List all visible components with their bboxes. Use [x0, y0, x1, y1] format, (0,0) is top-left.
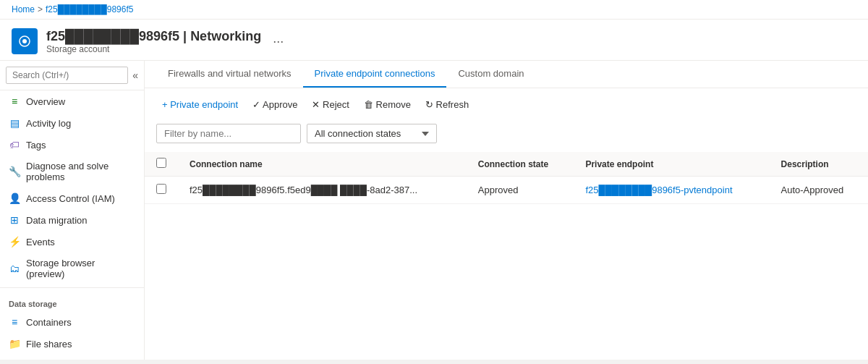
- sidebar-search-container: «: [0, 61, 144, 90]
- file-shares-icon: 📁: [9, 338, 20, 350]
- row-checkbox-cell: [145, 177, 178, 204]
- table-header: Connection name Connection state Private…: [145, 152, 868, 177]
- breadcrumb-resource[interactable]: f25████████9896f5: [46, 4, 133, 14]
- collapse-btn[interactable]: «: [132, 69, 138, 81]
- sidebar-item-label: Containers: [26, 317, 72, 328]
- filter-name-input[interactable]: [156, 124, 301, 143]
- connection-state-filter[interactable]: All connection states Approved Pending R…: [307, 124, 437, 143]
- tab-private-endpoints-label: Private endpoint connections: [315, 68, 435, 79]
- sidebar-section-data-storage: Data storage: [0, 291, 144, 311]
- remove-label: 🗑 Remove: [364, 99, 411, 110]
- sidebar-item-activity-log[interactable]: ▤ Activity log: [0, 112, 144, 134]
- events-icon: ⚡: [9, 236, 20, 247]
- tab-firewalls-label: Firewalls and virtual networks: [168, 68, 292, 79]
- tags-icon: 🏷: [9, 139, 20, 151]
- breadcrumb-home[interactable]: Home: [12, 4, 35, 14]
- select-all-checkbox[interactable]: [156, 158, 166, 168]
- resource-icon: [12, 28, 38, 54]
- sidebar-item-events[interactable]: ⚡ Events: [0, 231, 144, 253]
- sidebar-item-label: Activity log: [26, 118, 71, 129]
- refresh-button[interactable]: ↻ Refresh: [420, 96, 475, 114]
- svg-point-2: [22, 39, 27, 43]
- sidebar-divider-1: [0, 287, 144, 288]
- search-input[interactable]: [6, 67, 128, 84]
- cell-description: Auto-Approved: [770, 177, 868, 204]
- access-control-icon: 👤: [9, 192, 20, 204]
- cell-connection-name: f25████████9896f5.f5ed9████ ████-8ad2-38…: [178, 177, 467, 204]
- approve-button[interactable]: ✓ Approve: [247, 96, 303, 114]
- sidebar-item-label: Tags: [26, 140, 46, 151]
- sidebar: « ≡ Overview ▤ Activity log 🏷 Tags 🔧 Dia…: [0, 61, 145, 360]
- col-description: Description: [770, 152, 868, 177]
- tab-custom-domain[interactable]: Custom domain: [446, 61, 535, 88]
- connections-table: Connection name Connection state Private…: [145, 152, 868, 204]
- overview-icon: ≡: [9, 96, 20, 107]
- sidebar-item-label: Access Control (IAM): [26, 193, 115, 204]
- breadcrumb: Home > f25████████9896f5: [0, 0, 868, 20]
- col-private-endpoint: Private endpoint: [574, 152, 769, 177]
- table-body: f25████████9896f5.f5ed9████ ████-8ad2-38…: [145, 177, 868, 204]
- filter-row: All connection states Approved Pending R…: [145, 121, 868, 152]
- page-title: f25████████9896f5 | Networking: [46, 29, 261, 44]
- tab-firewalls[interactable]: Firewalls and virtual networks: [156, 61, 303, 88]
- remove-button[interactable]: 🗑 Remove: [358, 96, 417, 114]
- sidebar-item-storage-browser[interactable]: 🗂 Storage browser (preview): [0, 253, 144, 284]
- breadcrumb-sep1: >: [38, 4, 43, 14]
- tab-private-endpoints[interactable]: Private endpoint connections: [303, 61, 447, 88]
- col-connection-name: Connection name: [178, 152, 467, 177]
- sidebar-item-containers[interactable]: ≡ Containers: [0, 311, 144, 333]
- private-endpoint-link[interactable]: f25████████9896f5-pvtendpoint: [585, 185, 732, 195]
- reject-label: ✕ Reject: [312, 99, 349, 110]
- add-endpoint-label: + Private endpoint: [162, 99, 238, 110]
- row-select-checkbox[interactable]: [156, 184, 166, 194]
- sidebar-item-access-control[interactable]: 👤 Access Control (IAM): [0, 187, 144, 209]
- col-connection-state: Connection state: [467, 152, 574, 177]
- content-area: Firewalls and virtual networks Private e…: [145, 61, 868, 360]
- sidebar-item-label: Events: [26, 237, 55, 247]
- table-toolbar: + Private endpoint ✓ Approve ✕ Reject 🗑 …: [145, 88, 868, 121]
- storage-browser-icon: 🗂: [9, 263, 20, 274]
- cell-connection-state: Approved: [467, 177, 574, 204]
- page-title-block: f25████████9896f5 | Networking Storage a…: [46, 29, 261, 54]
- sidebar-item-label: Storage browser (preview): [26, 258, 135, 279]
- tab-custom-domain-label: Custom domain: [458, 68, 524, 79]
- sidebar-item-tags[interactable]: 🏷 Tags: [0, 134, 144, 156]
- add-endpoint-button[interactable]: + Private endpoint: [156, 96, 244, 114]
- sidebar-item-label: File shares: [26, 339, 72, 350]
- main-layout: « ≡ Overview ▤ Activity log 🏷 Tags 🔧 Dia…: [0, 61, 868, 360]
- more-options-icon[interactable]: ···: [273, 34, 284, 49]
- activity-log-icon: ▤: [9, 117, 20, 129]
- sidebar-item-file-shares[interactable]: 📁 File shares: [0, 333, 144, 355]
- page-subtitle: Storage account: [46, 44, 261, 54]
- sidebar-item-queues[interactable]: ⊡ Queues: [0, 355, 144, 360]
- reject-button[interactable]: ✕ Reject: [306, 96, 354, 114]
- containers-icon: ≡: [9, 316, 20, 328]
- sidebar-item-label: Overview: [26, 96, 65, 107]
- sidebar-item-overview[interactable]: ≡ Overview: [0, 90, 144, 112]
- sidebar-item-data-migration[interactable]: ⊞ Data migration: [0, 209, 144, 231]
- sidebar-item-diagnose[interactable]: 🔧 Diagnose and solve problems: [0, 156, 144, 187]
- refresh-label: ↻ Refresh: [425, 99, 469, 110]
- cell-private-endpoint: f25████████9896f5-pvtendpoint: [574, 177, 769, 204]
- table-row: f25████████9896f5.f5ed9████ ████-8ad2-38…: [145, 177, 868, 204]
- data-migration-icon: ⊞: [9, 214, 20, 226]
- diagnose-icon: 🔧: [9, 166, 20, 177]
- page-header: f25████████9896f5 | Networking Storage a…: [0, 20, 868, 61]
- sidebar-item-label: Data migration: [26, 215, 88, 226]
- approve-label: ✓ Approve: [252, 99, 297, 110]
- sidebar-item-label: Diagnose and solve problems: [26, 161, 135, 182]
- select-all-header: [145, 152, 178, 177]
- tab-bar: Firewalls and virtual networks Private e…: [145, 61, 868, 88]
